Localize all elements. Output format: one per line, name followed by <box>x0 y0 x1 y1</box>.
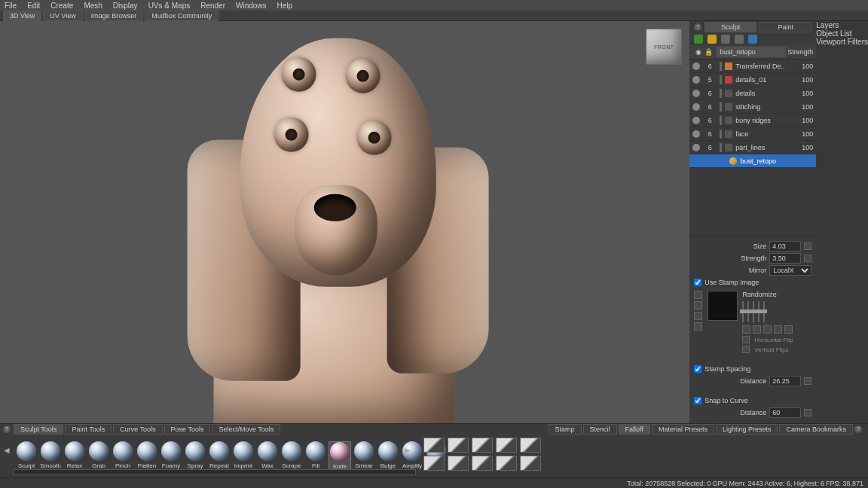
shelftab-stamp[interactable]: Stamp <box>549 424 582 435</box>
shelf-help-icon[interactable]: ? <box>3 425 11 433</box>
visibility-dot-icon[interactable] <box>692 90 700 97</box>
stamp-browse-icon[interactable] <box>694 322 702 331</box>
tool-repeat[interactable]: Repeat <box>208 441 231 471</box>
menu-display[interactable]: Display <box>113 2 138 10</box>
merge-layer-icon[interactable] <box>748 35 757 44</box>
rand-scale-icon[interactable] <box>763 325 772 334</box>
shelftab-material-presets[interactable]: Material Presets <box>652 424 714 435</box>
layer-root-name[interactable]: bust_retopo <box>717 47 786 57</box>
rand-slider[interactable] <box>753 301 754 322</box>
spacing-stepper-icon[interactable] <box>804 377 811 385</box>
mode-sculpt[interactable]: Sculpt <box>704 22 756 32</box>
strength-stepper-icon[interactable] <box>804 255 811 262</box>
tool-foamy[interactable]: Foamy <box>160 441 182 471</box>
rand-slider[interactable] <box>758 301 760 322</box>
mirror-select[interactable]: LocalX <box>769 265 811 276</box>
shelftab-lighting-presets[interactable]: Lighting Presets <box>716 424 778 435</box>
help-icon[interactable]: ? <box>694 23 701 31</box>
shelftab-camera-bookmarks[interactable]: Camera Bookmarks <box>779 424 853 435</box>
tool-wax[interactable]: Wax <box>256 441 279 471</box>
shelf-scrollbar[interactable] <box>14 469 416 475</box>
layer-row[interactable]: 6part_lines100 <box>689 141 816 154</box>
tab-3d-view[interactable]: 3D View <box>3 11 41 21</box>
shelftab-curve-tools[interactable]: Curve Tools <box>113 424 162 435</box>
shelftab-stencil[interactable]: Stencil <box>583 424 617 435</box>
new-layer-icon[interactable] <box>694 35 703 44</box>
import-layer-icon[interactable] <box>721 35 730 44</box>
shelftab-sculpt-tools[interactable]: Sculpt Tools <box>14 424 63 435</box>
falloff-preset[interactable] <box>472 438 493 453</box>
tool-sculpt[interactable]: Sculpt <box>15 441 38 471</box>
sidetab-object-list[interactable]: Object List <box>816 29 868 38</box>
tab-mudbox-community[interactable]: Mudbox Community <box>145 11 219 21</box>
visibility-dot-icon[interactable] <box>692 117 700 124</box>
viewport-3d[interactable]: FRONT <box>0 21 689 423</box>
rand-reset-icon[interactable] <box>784 325 793 334</box>
tool-smooth[interactable]: Smooth <box>39 441 62 471</box>
size-stepper-icon[interactable] <box>804 242 811 250</box>
shelftab-falloff[interactable]: Falloff <box>619 424 650 435</box>
falloff-preset[interactable] <box>423 438 445 453</box>
visibility-dot-icon[interactable] <box>692 144 700 151</box>
falloff-preset[interactable] <box>496 456 517 471</box>
strength-input[interactable] <box>769 253 801 264</box>
shelftab-select-move-tools[interactable]: Select/Move Tools <box>212 424 280 435</box>
stamp-spacing-checkbox[interactable] <box>694 365 701 373</box>
falloff-preset[interactable] <box>520 438 541 453</box>
tool-relax[interactable]: Relax <box>63 441 86 471</box>
export-layer-icon[interactable] <box>735 35 744 44</box>
tool-scrape[interactable]: Scrape <box>280 441 303 471</box>
shelf-help-icon[interactable]: ? <box>854 425 862 433</box>
mode-paint[interactable]: Paint <box>760 22 811 32</box>
folder-icon[interactable] <box>708 35 717 44</box>
layer-row[interactable]: 6face100 <box>689 127 816 141</box>
tool-pinch[interactable]: Pinch <box>112 441 134 471</box>
stamp-rotate-icon[interactable] <box>694 301 702 310</box>
size-input[interactable] <box>769 241 801 252</box>
tool-grab[interactable]: Grab <box>87 441 110 471</box>
menu-file[interactable]: File <box>5 2 17 10</box>
visibility-header-icon[interactable]: ◉ <box>692 48 704 56</box>
shelftab-pose-tools[interactable]: Pose Tools <box>164 424 211 435</box>
layer-row[interactable]: 6stitching100 <box>689 100 816 114</box>
falloff-preset[interactable] <box>448 438 469 453</box>
menu-windows[interactable]: Windows <box>236 2 267 10</box>
rand-rotate-icon[interactable] <box>742 325 750 334</box>
layer-row[interactable]: 6Transferred De..100 <box>689 59 816 73</box>
menu-uvs-maps[interactable]: UVs & Maps <box>148 2 191 10</box>
stamp-lock-icon[interactable] <box>694 291 702 299</box>
falloff-preset[interactable] <box>520 456 541 471</box>
visibility-dot-icon[interactable] <box>692 130 700 138</box>
object-row[interactable]: bust_retopo <box>689 154 816 168</box>
tab-uv-view[interactable]: UV View <box>43 11 82 21</box>
tool-flatten[interactable]: Flatten <box>136 441 158 471</box>
spacing-dist-input[interactable] <box>769 376 801 386</box>
stamp-reset-icon[interactable] <box>694 312 702 320</box>
falloff-preset[interactable] <box>448 456 469 471</box>
rand-slider[interactable] <box>763 301 765 322</box>
tool-knife[interactable]: Knife <box>329 441 351 471</box>
use-stamp-checkbox[interactable] <box>694 279 701 286</box>
falloff-preset[interactable] <box>423 456 445 471</box>
scroll-right-icon[interactable]: ► <box>402 445 413 456</box>
scroll-left-icon[interactable]: ◄ <box>2 445 12 456</box>
shelftab-paint-tools[interactable]: Paint Tools <box>65 424 112 435</box>
sidetab-layers[interactable]: Layers <box>816 21 868 29</box>
sculpt-mesh[interactable] <box>153 27 515 423</box>
layer-row[interactable]: 6details100 <box>689 87 816 100</box>
menu-create[interactable]: Create <box>50 2 73 10</box>
tool-fill[interactable]: Fill <box>304 441 327 471</box>
snap-dist-input[interactable] <box>769 407 801 418</box>
snap-curve-checkbox[interactable] <box>694 397 701 404</box>
stamp-thumbnail[interactable] <box>708 291 738 321</box>
menu-render[interactable]: Render <box>200 2 225 10</box>
tool-smear[interactable]: Smear <box>353 441 375 471</box>
tool-spray[interactable]: Spray <box>184 441 206 471</box>
visibility-dot-icon[interactable] <box>692 103 700 111</box>
vflip-checkbox[interactable] <box>742 346 750 353</box>
lock-header-icon[interactable]: 🔒 <box>704 48 715 56</box>
visibility-dot-icon[interactable] <box>692 76 700 84</box>
rand-slider[interactable] <box>747 301 749 322</box>
hflip-checkbox[interactable] <box>742 336 750 343</box>
layer-row[interactable]: 5details_01100 <box>689 73 816 87</box>
